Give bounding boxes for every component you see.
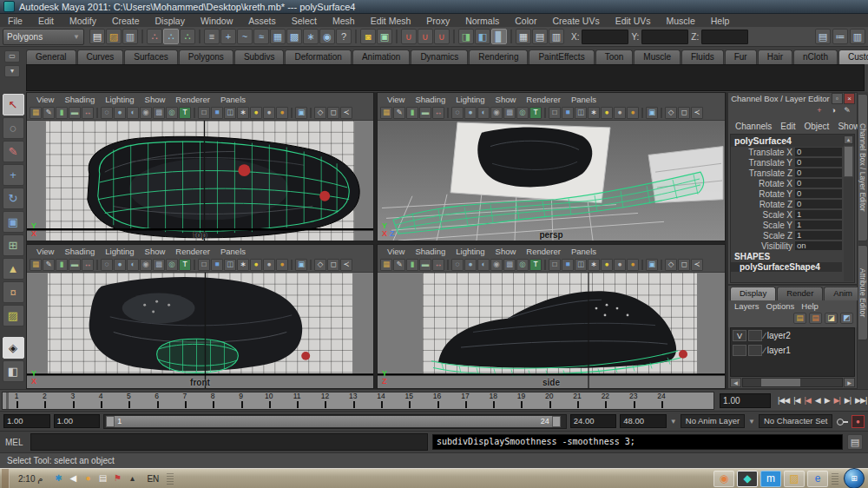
shelf-tab[interactable]: Animation	[352, 49, 410, 64]
hardware-texturing-icon[interactable]: ◇	[314, 259, 326, 271]
chevron-down-icon[interactable]: ▼	[748, 418, 755, 425]
shaded-icon[interactable]: ●	[464, 259, 477, 271]
attribute-value[interactable]: 0	[795, 179, 842, 188]
four-view-layout-button[interactable]: ◈	[3, 337, 24, 359]
maxthon-browser-icon[interactable]: m	[760, 471, 781, 487]
notification-tray-icon[interactable]: ●	[81, 472, 95, 485]
hardware-texturing-icon[interactable]: ◇	[665, 107, 677, 119]
shelf-tab[interactable]: Curves	[77, 49, 124, 64]
show-hidden-icons-button[interactable]: ▴	[125, 472, 139, 485]
menu-item[interactable]: Window	[193, 16, 240, 26]
viewport-menu-item[interactable]: Renderer	[522, 95, 565, 104]
step-forward-frame-button[interactable]: ▶|	[843, 392, 852, 408]
no-lights-icon[interactable]: ●	[614, 107, 626, 119]
y-input[interactable]	[641, 30, 688, 44]
show-attribute-editor-icon[interactable]: ▥	[850, 29, 865, 44]
scroll-left-icon[interactable]: ◀	[730, 378, 741, 387]
use-default-material-icon[interactable]: ◉	[490, 107, 503, 119]
wireframe-icon[interactable]: ◌	[101, 107, 113, 119]
ruler-tick[interactable]: 9	[227, 392, 254, 409]
windows-explorer-icon[interactable]: ▨	[784, 471, 805, 487]
share-view-icon[interactable]: ≺	[340, 259, 352, 271]
script-editor-icon[interactable]: ▤	[847, 434, 863, 450]
all-lights-icon[interactable]: ●	[601, 107, 613, 119]
subdiv-cube-icon[interactable]: ◫	[575, 259, 587, 271]
shelf-tab[interactable]: Rendering	[469, 49, 528, 64]
clock[interactable]: م 2:10	[13, 474, 48, 484]
menu-item[interactable]: Display	[147, 16, 192, 26]
textured-view-icon[interactable]: T	[529, 107, 542, 119]
shelf-tab[interactable]: Subdivs	[234, 49, 285, 64]
create-empty-layer-icon[interactable]: ◪	[825, 313, 838, 324]
select-tool-icon[interactable]: ↖	[3, 94, 24, 115]
play-backwards-button[interactable]: ◀	[813, 392, 822, 408]
attribute-value[interactable]: 0	[795, 189, 842, 198]
menu-item[interactable]: File	[0, 16, 30, 26]
set-key-icon[interactable]	[836, 416, 847, 426]
camera-attributes-icon[interactable]: ✎	[393, 259, 405, 271]
select-surfaces-icon[interactable]: ▦	[270, 29, 286, 44]
universal-manipulator-tool-icon[interactable]: ⊞	[3, 234, 24, 256]
ipr-render-icon[interactable]: ▤	[532, 29, 548, 44]
show-channel-box-icon[interactable]: ▤	[815, 29, 831, 44]
title-bar[interactable]: Autodesk Maya 2011: C:\Users\Mohammed\De…	[0, 0, 868, 14]
show-tool-settings-icon[interactable]: ≔	[832, 29, 848, 44]
viewport-menu-item[interactable]: Panels	[216, 247, 250, 256]
shelf-tab[interactable]: Deformation	[285, 49, 351, 64]
attribute-value[interactable]: 1	[795, 221, 842, 229]
range-bar[interactable]: 1 24	[106, 416, 561, 427]
color-wheel-icon[interactable]: ∗	[237, 259, 249, 271]
viewport-menu-item[interactable]: Shading	[60, 247, 99, 256]
animation-start-field[interactable]: 1.00	[3, 414, 50, 428]
ruler-tick[interactable]: 10	[255, 392, 283, 409]
select-curves-icon[interactable]: ≈	[253, 29, 269, 44]
no-lights-icon[interactable]: ●	[263, 107, 275, 119]
ruler-tick[interactable]: 24	[648, 392, 675, 409]
viewport-menu-item[interactable]: Shading	[411, 95, 450, 104]
action-center-flag-icon[interactable]: ⚑	[110, 472, 124, 485]
internet-explorer-icon[interactable]: e	[807, 471, 828, 487]
use-default-material-icon[interactable]: ◉	[140, 107, 152, 119]
x-input[interactable]	[582, 30, 628, 44]
shelf-tab[interactable]: Dynamics	[411, 49, 468, 64]
viewport-menu-item[interactable]: Renderer	[171, 95, 214, 104]
select-joints-icon[interactable]: ~	[237, 29, 253, 44]
scale-tool-icon[interactable]: ▣	[3, 211, 24, 233]
nurbs-cube-icon[interactable]: ■	[211, 259, 223, 271]
channel-box-menu-item[interactable]: Edit	[777, 122, 799, 131]
viewport-menu-item[interactable]: Lighting	[101, 247, 138, 256]
ruler-tick[interactable]: 11	[283, 392, 311, 409]
viewport-menu-item[interactable]: Renderer	[522, 247, 565, 256]
select-misc-icon[interactable]: ?	[336, 29, 352, 44]
tab-channel-box[interactable]: Channel Box / Layer Editor	[858, 94, 868, 241]
viewport-top-canvas[interactable]: YX top	[27, 121, 373, 241]
photo-app-icon[interactable]: ◉	[713, 471, 734, 487]
viewport-menu-item[interactable]: View	[32, 95, 58, 104]
wireframe-on-shaded-icon[interactable]: ◎	[516, 107, 529, 119]
menu-item[interactable]: Help	[703, 16, 738, 26]
image-plane-icon[interactable]: ▬	[419, 259, 431, 271]
construction-history-icon[interactable]: ▊	[491, 29, 507, 44]
mel-input[interactable]	[30, 433, 428, 451]
wireframe-on-shaded-icon[interactable]: ◎	[166, 107, 178, 119]
layer-editor-menu-item[interactable]: Layers	[732, 301, 762, 311]
isolate-view-icon[interactable]: ◻	[327, 259, 339, 271]
selection-mask-menu-icon[interactable]: ≡	[204, 29, 220, 44]
antivirus-tray-icon[interactable]: ✱	[51, 472, 65, 485]
viewport-menu-item[interactable]: Lighting	[451, 247, 489, 256]
shelf-tab[interactable]: Hair	[758, 49, 792, 64]
z-input[interactable]	[701, 30, 748, 44]
anim-layer-dropdown[interactable]: No Anim Layer	[681, 414, 745, 428]
isolate-view-icon[interactable]: ◻	[678, 259, 690, 271]
layer-editor-tab[interactable]: Render	[777, 287, 823, 300]
shaded-icon[interactable]: ●	[464, 107, 477, 119]
scroll-thumb[interactable]	[844, 146, 853, 177]
ruler-tick[interactable]: 18	[479, 392, 507, 409]
animation-end-field[interactable]: 48.00	[620, 414, 667, 428]
highlight-selection-icon[interactable]: ▣	[377, 29, 392, 44]
save-scene-icon[interactable]: ▥	[122, 29, 138, 44]
nurbs-cube-icon[interactable]: ■	[562, 259, 574, 271]
layer-editor-menu-item[interactable]: Options	[764, 301, 798, 311]
last-tool-icon[interactable]: ▨	[3, 305, 24, 326]
ruler-tick[interactable]: 5	[115, 392, 142, 409]
